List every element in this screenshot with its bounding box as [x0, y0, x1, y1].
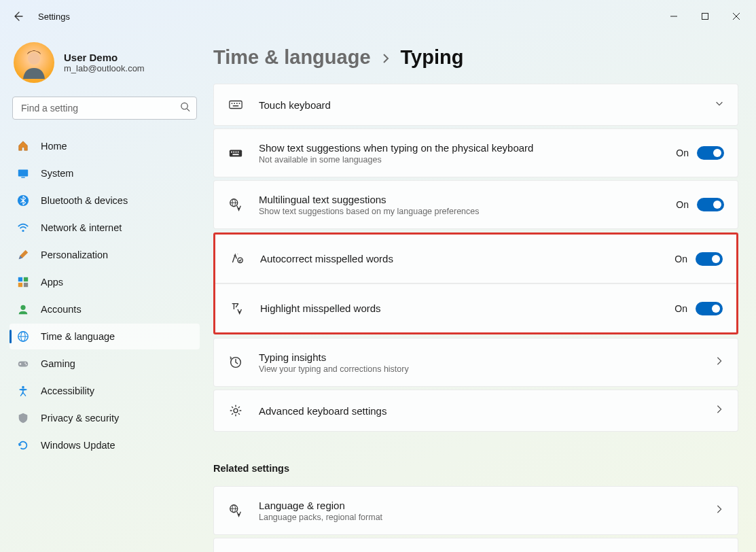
sidebar-item-gaming[interactable]: Gaming [10, 351, 200, 377]
toggle-multilingual[interactable] [697, 198, 724, 211]
sidebar-item-label: Gaming [41, 358, 75, 369]
sidebar-item-privacy[interactable]: Privacy & security [10, 405, 200, 431]
sidebar-item-label: Accounts [41, 304, 82, 315]
maximize-button[interactable] [689, 5, 721, 27]
time-language-icon [16, 330, 30, 343]
card-autocorrect: Autocorrect misspelled words On [215, 235, 736, 283]
sidebar-item-label: Personalization [41, 249, 108, 260]
chevron-down-icon [715, 99, 724, 111]
sidebar-item-network[interactable]: Network & internet [10, 215, 200, 241]
toggle-state: On [676, 148, 689, 158]
sidebar-item-label: System [41, 168, 73, 179]
network-icon [16, 221, 30, 235]
sidebar: User Demo m_lab@outlook.com Home System … [0, 33, 204, 552]
svg-point-20 [22, 386, 24, 389]
sidebar-item-accessibility[interactable]: Accessibility [10, 378, 200, 404]
highlight-icon [229, 300, 245, 317]
card-title: Multilingual text suggestions [259, 194, 661, 205]
back-button[interactable] [7, 5, 29, 27]
main-content: Time & language Typing Touch keyboard Sh… [204, 33, 756, 552]
sidebar-item-personalization[interactable]: Personalization [10, 242, 200, 268]
chevron-right-icon [715, 356, 724, 368]
related-settings-header: Related settings [213, 463, 738, 474]
sidebar-item-system[interactable]: System [10, 160, 200, 186]
bluetooth-icon [16, 194, 30, 207]
multilingual-icon [228, 196, 244, 213]
app-title: Settings [38, 12, 70, 22]
card-physical-suggestions: Show text suggestions when typing on the… [213, 128, 738, 177]
sidebar-item-label: Home [41, 141, 67, 152]
card-subtitle: Language packs, regional format [259, 513, 700, 522]
accessibility-icon [16, 384, 30, 398]
toggle-state: On [676, 199, 689, 210]
toggle-state: On [674, 254, 687, 264]
svg-point-2 [28, 52, 40, 65]
card-subtitle: View your typing and corrections history [259, 364, 700, 374]
keyboard-solid-icon [228, 145, 244, 161]
sidebar-item-apps[interactable]: Apps [10, 269, 200, 295]
minimize-icon [670, 12, 678, 20]
svg-rect-30 [236, 152, 237, 153]
update-icon [16, 438, 30, 452]
sidebar-item-accounts[interactable]: Accounts [10, 296, 200, 322]
sidebar-item-bluetooth[interactable]: Bluetooth & devices [10, 188, 200, 213]
titlebar: Settings [0, 0, 756, 33]
autocorrect-icon [229, 251, 245, 267]
user-profile[interactable]: User Demo m_lab@outlook.com [10, 33, 200, 97]
toggle-state: On [674, 303, 687, 314]
svg-point-37 [234, 255, 234, 256]
svg-rect-21 [230, 101, 242, 109]
svg-point-19 [26, 364, 27, 365]
gear-icon [228, 402, 244, 419]
svg-rect-28 [231, 152, 232, 153]
svg-rect-32 [232, 154, 238, 155]
card-advanced-keyboard[interactable]: Advanced keyboard settings [213, 390, 738, 432]
toggle-highlight[interactable] [696, 302, 723, 315]
insights-icon [228, 354, 244, 370]
avatar-icon [18, 46, 50, 79]
keyboard-icon [228, 97, 244, 113]
sidebar-item-time-language[interactable]: Time & language [10, 324, 200, 349]
arrow-left-icon [12, 11, 23, 22]
card-typing-insights[interactable]: Typing insights View your typing and cor… [213, 338, 738, 387]
avatar [14, 42, 54, 83]
sidebar-item-label: Accessibility [41, 385, 94, 396]
card-title: Advanced keyboard settings [259, 405, 700, 417]
svg-rect-31 [238, 152, 239, 153]
svg-point-40 [234, 409, 238, 413]
toggle-autocorrect[interactable] [696, 252, 723, 266]
svg-point-3 [181, 103, 187, 109]
card-title: Show text suggestions when typing on the… [259, 142, 661, 154]
svg-point-18 [24, 362, 26, 364]
breadcrumb-current: Typing [401, 46, 464, 69]
apps-icon [16, 275, 30, 289]
personalization-icon [16, 248, 30, 262]
highlighted-group: Autocorrect misspelled words On Highligh… [213, 232, 738, 334]
svg-rect-9 [18, 277, 22, 281]
card-inking-typing[interactable]: Inking & typing personalization Custom d… [213, 538, 738, 552]
svg-point-13 [20, 305, 25, 310]
svg-rect-5 [18, 170, 28, 177]
settings-list: Touch keyboard Show text suggestions whe… [213, 84, 738, 552]
close-button[interactable] [721, 5, 752, 27]
toggle-physical-suggestions[interactable] [697, 146, 724, 160]
card-subtitle: Not available in some languages [259, 155, 661, 165]
card-title: Language & region [259, 500, 700, 511]
minimize-button[interactable] [658, 5, 689, 27]
search-icon [180, 102, 190, 115]
nav: Home System Bluetooth & devices Network … [10, 133, 200, 458]
sidebar-item-update[interactable]: Windows Update [10, 432, 200, 458]
sidebar-item-label: Network & internet [41, 222, 122, 233]
breadcrumb: Time & language Typing [213, 46, 738, 69]
search-input[interactable] [12, 97, 197, 120]
svg-rect-10 [24, 277, 28, 281]
close-icon [732, 12, 740, 20]
chevron-right-icon [715, 404, 724, 417]
sidebar-item-home[interactable]: Home [10, 133, 200, 159]
svg-rect-6 [21, 177, 24, 177]
chevron-right-icon [715, 504, 724, 517]
card-touch-keyboard[interactable]: Touch keyboard [213, 84, 738, 126]
card-language-region[interactable]: Language & region Language packs, region… [213, 486, 738, 535]
svg-rect-27 [230, 150, 242, 156]
breadcrumb-parent[interactable]: Time & language [213, 46, 371, 69]
